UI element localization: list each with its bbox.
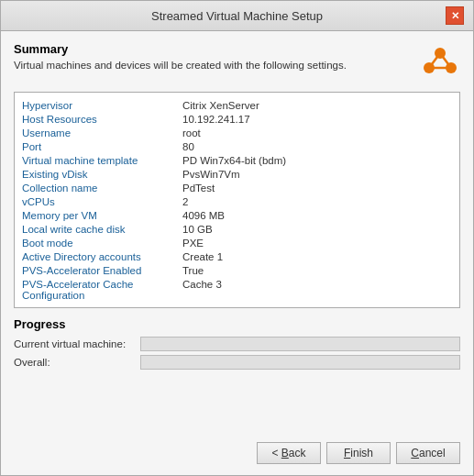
info-label: Host Resources bbox=[22, 114, 182, 125]
info-label: Memory per VM bbox=[22, 210, 182, 221]
info-value: 80 bbox=[182, 141, 194, 152]
info-value: 4096 MB bbox=[182, 210, 225, 221]
info-value: root bbox=[182, 127, 201, 138]
table-row: Boot modePXE bbox=[22, 236, 452, 249]
info-value: Citrix XenServer bbox=[182, 100, 259, 111]
info-value: PdTest bbox=[182, 183, 215, 194]
summary-text: Summary Virtual machines and devices wil… bbox=[14, 42, 411, 71]
svg-line-3 bbox=[429, 53, 440, 68]
summary-description: Virtual machines and devices will be cre… bbox=[14, 60, 411, 71]
info-value: PD Win7x64-bit (bdm) bbox=[182, 155, 286, 166]
table-row: Memory per VM4096 MB bbox=[22, 208, 452, 222]
info-value: 2 bbox=[182, 196, 188, 207]
back-button[interactable]: < Back bbox=[257, 442, 321, 464]
overall-progress-row: Overall: bbox=[14, 355, 460, 370]
info-label: PVS-Accelerator Cache Configuration bbox=[22, 279, 182, 301]
info-label: Port bbox=[22, 141, 182, 152]
dialog: Streamed Virtual Machine Setup ✕ Summary… bbox=[0, 0, 474, 476]
overall-progress-bar bbox=[140, 355, 460, 370]
info-label: Username bbox=[22, 127, 182, 138]
summary-section: Summary Virtual machines and devices wil… bbox=[14, 42, 460, 83]
info-value: PvsWin7Vm bbox=[182, 169, 240, 180]
dialog-content: Summary Virtual machines and devices wil… bbox=[1, 31, 473, 435]
overall-label: Overall: bbox=[14, 357, 133, 368]
table-row: Existing vDiskPvsWin7Vm bbox=[22, 167, 452, 181]
info-box: HypervisorCitrix XenServerHost Resources… bbox=[14, 92, 460, 308]
citrix-logo bbox=[420, 42, 460, 83]
finish-button[interactable]: Finish bbox=[326, 442, 391, 464]
info-label: Collection name bbox=[22, 183, 182, 194]
current-vm-progress-bar bbox=[140, 337, 460, 351]
table-row: Active Directory accountsCreate 1 bbox=[22, 249, 452, 263]
table-row: Host Resources10.192.241.17 bbox=[22, 112, 452, 126]
summary-title: Summary bbox=[14, 42, 411, 56]
info-label: Boot mode bbox=[22, 238, 182, 249]
info-label: Hypervisor bbox=[22, 100, 182, 111]
info-label: vCPUs bbox=[22, 196, 182, 207]
table-row: Virtual machine templatePD Win7x64-bit (… bbox=[22, 153, 452, 167]
svg-line-4 bbox=[440, 53, 451, 68]
info-value: Create 1 bbox=[182, 251, 223, 262]
table-row: vCPUs2 bbox=[22, 194, 452, 208]
info-value: PXE bbox=[182, 238, 204, 249]
progress-title: Progress bbox=[14, 317, 460, 331]
title-bar: Streamed Virtual Machine Setup ✕ bbox=[1, 1, 473, 31]
info-label: Virtual machine template bbox=[22, 155, 182, 166]
info-label: Local write cache disk bbox=[22, 224, 182, 235]
table-row: Collection namePdTest bbox=[22, 181, 452, 194]
button-bar: < Back Finish Cancel bbox=[1, 435, 473, 475]
info-label: Active Directory accounts bbox=[22, 251, 182, 262]
info-label: Existing vDisk bbox=[22, 169, 182, 180]
cancel-button[interactable]: Cancel bbox=[396, 442, 460, 464]
table-row: PVS-Accelerator Cache ConfigurationCache… bbox=[22, 277, 452, 302]
table-row: HypervisorCitrix XenServer bbox=[22, 98, 452, 112]
table-row: Local write cache disk10 GB bbox=[22, 222, 452, 236]
info-value: True bbox=[182, 265, 204, 276]
info-value: 10 GB bbox=[182, 224, 213, 235]
current-vm-label: Current virtual machine: bbox=[14, 338, 133, 349]
info-value: Cache 3 bbox=[182, 279, 222, 301]
table-row: Usernameroot bbox=[22, 126, 452, 139]
progress-section: Progress Current virtual machine: Overal… bbox=[14, 317, 460, 373]
table-row: PVS-Accelerator EnabledTrue bbox=[22, 263, 452, 277]
info-label: PVS-Accelerator Enabled bbox=[22, 265, 182, 276]
current-vm-progress-row: Current virtual machine: bbox=[14, 337, 460, 351]
dialog-title: Streamed Virtual Machine Setup bbox=[28, 9, 446, 23]
table-row: Port80 bbox=[22, 139, 452, 153]
info-value: 10.192.241.17 bbox=[182, 114, 250, 125]
close-button[interactable]: ✕ bbox=[446, 6, 464, 25]
